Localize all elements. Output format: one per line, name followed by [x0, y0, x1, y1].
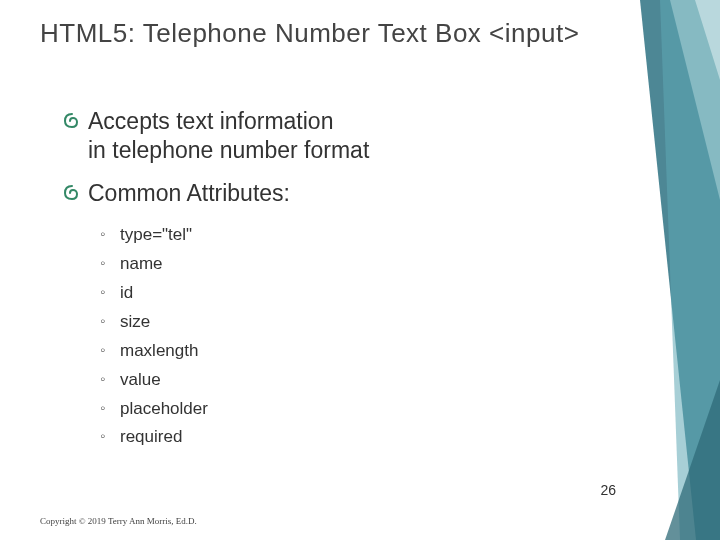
list-item: placeholder	[100, 395, 680, 424]
swirl-icon	[62, 183, 82, 207]
svg-marker-4	[695, 0, 720, 80]
body-content: Accepts text information in telephone nu…	[40, 107, 680, 452]
list-item: maxlength	[100, 337, 680, 366]
page-number: 26	[600, 482, 616, 498]
bullet-common-attrs: Common Attributes:	[62, 179, 680, 208]
swirl-icon	[62, 111, 82, 135]
bullet-accepts: Accepts text information in telephone nu…	[62, 107, 680, 165]
bullet-text: Common Attributes:	[88, 179, 290, 208]
list-item: name	[100, 250, 680, 279]
list-item: type="tel"	[100, 221, 680, 250]
slide: HTML5: Telephone Number Text Box <input>…	[0, 0, 720, 540]
bullet-text: Accepts text information in telephone nu…	[88, 107, 369, 165]
list-item: size	[100, 308, 680, 337]
attribute-list: type="tel" name id size maxlength value …	[62, 221, 680, 452]
copyright-text: Copyright © 2019 Terry Ann Morris, Ed.D.	[40, 516, 197, 526]
bullet-line1: Accepts text information	[88, 108, 333, 134]
list-item: value	[100, 366, 680, 395]
list-item: required	[100, 423, 680, 452]
bullet-line2: in telephone number format	[88, 137, 369, 163]
bullet-line1: Common Attributes:	[88, 180, 290, 206]
slide-title: HTML5: Telephone Number Text Box <input>	[40, 18, 680, 49]
list-item: id	[100, 279, 680, 308]
